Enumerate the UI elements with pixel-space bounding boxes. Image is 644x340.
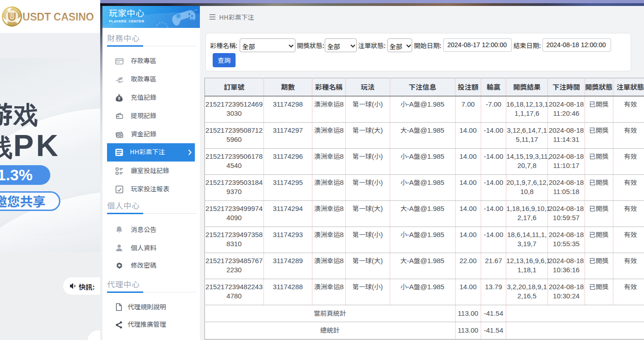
svg-text:Casino: Casino <box>7 21 17 24</box>
